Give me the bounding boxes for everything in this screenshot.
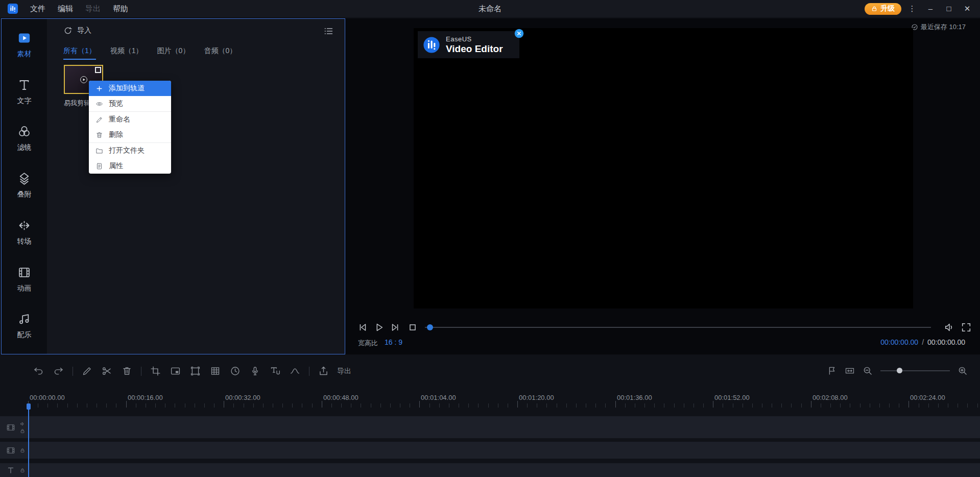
delete-icon: [95, 131, 103, 139]
rename-icon: [95, 116, 103, 124]
redo-button[interactable]: [49, 366, 68, 376]
video-track-2[interactable]: [0, 442, 980, 459]
sidebar-item-transition[interactable]: 转场: [2, 213, 47, 260]
sidebar-item-overlay[interactable]: 叠附: [2, 166, 47, 213]
stop-button[interactable]: [407, 322, 418, 333]
export-button[interactable]: [314, 366, 333, 376]
list-view-icon: [323, 26, 333, 36]
list-view-toggle[interactable]: [323, 26, 333, 36]
track-lock-icon[interactable]: [20, 448, 25, 453]
split-button[interactable]: [97, 366, 117, 376]
import-button[interactable]: 导入: [63, 26, 91, 35]
timeline-zoom-slider[interactable]: [880, 370, 950, 371]
menu-edit[interactable]: 编辑: [52, 2, 79, 16]
tab-video[interactable]: 视频（1）: [110, 46, 143, 60]
upgrade-button[interactable]: 升级: [865, 3, 901, 15]
undo-button[interactable]: [29, 366, 49, 376]
pip-button[interactable]: [165, 366, 185, 376]
zoom-out-icon: [863, 366, 873, 376]
close-button[interactable]: ✕: [960, 2, 975, 15]
track-lock-icon[interactable]: [20, 468, 25, 473]
mosaic-icon: [210, 366, 221, 376]
context-item-rename[interactable]: 重命名: [89, 112, 171, 127]
export-label[interactable]: 导出: [337, 367, 351, 376]
eye-icon: [95, 100, 103, 108]
curve-button[interactable]: [285, 366, 305, 376]
watermark-close-button[interactable]: [514, 29, 524, 38]
timeline-ruler[interactable]: 00:00:00.00 00:00:16.00 00:00:32.00 00:0…: [0, 391, 980, 408]
track-mute-icon[interactable]: [20, 421, 25, 426]
zoom-in-button[interactable]: [958, 366, 968, 376]
aspect-ratio-value[interactable]: 16 : 9: [385, 338, 402, 346]
canvas-button[interactable]: [185, 366, 205, 376]
sidebar-item-music[interactable]: 配乐: [2, 307, 47, 354]
easeus-logo-icon: [423, 36, 440, 54]
redo-icon: [53, 366, 64, 376]
text-track-icon: [6, 466, 15, 475]
maximize-button[interactable]: □: [941, 2, 957, 15]
play-button[interactable]: [373, 322, 385, 333]
zoom-out-button[interactable]: [863, 366, 873, 376]
context-item-delete[interactable]: 删除: [89, 127, 171, 142]
preview-panel: 最近保存 10:17 EaseUS Video Editor: [345, 18, 980, 354]
sidebar-item-media[interactable]: 素材: [2, 26, 47, 73]
context-item-open-folder[interactable]: 打开文件夹: [89, 143, 171, 158]
text-track[interactable]: [0, 463, 980, 477]
toolbar-separator: [309, 367, 309, 376]
timecode-display: 00:00:00.00 / 00:00:00.00: [880, 338, 965, 346]
fullscreen-button[interactable]: [961, 322, 972, 333]
undo-icon: [33, 366, 44, 376]
context-menu: 添加到轨道 预览 重命名 删除 打开文件夹 属性: [89, 81, 171, 174]
previous-frame-button[interactable]: [357, 322, 368, 333]
filter-icon: [17, 125, 31, 138]
transition-icon: [17, 219, 31, 232]
context-item-add-to-track[interactable]: 添加到轨道: [89, 81, 171, 96]
speed-button[interactable]: [225, 366, 245, 376]
overflow-menu-icon[interactable]: ⋮: [904, 2, 920, 15]
sidebar-item-text[interactable]: 文字: [2, 73, 47, 120]
film-track-icon: [6, 423, 15, 432]
media-icon: [17, 31, 31, 45]
music-icon: [17, 312, 31, 326]
tab-audio[interactable]: 音频（0）: [204, 46, 236, 60]
playback-controls: [345, 321, 980, 334]
context-item-preview[interactable]: 预览: [89, 96, 171, 111]
timeline-zoom-handle[interactable]: [897, 368, 902, 373]
context-item-properties[interactable]: 属性: [89, 158, 171, 174]
lock-icon: [871, 6, 877, 12]
tab-all[interactable]: 所有（1）: [63, 46, 96, 60]
seek-handle[interactable]: [427, 324, 433, 330]
tab-image[interactable]: 图片（0）: [157, 46, 190, 60]
next-frame-button[interactable]: [390, 322, 401, 333]
export-icon: [318, 366, 329, 376]
fullscreen-icon: [961, 322, 972, 333]
fit-timeline-button[interactable]: [845, 366, 855, 376]
thumbnail-play-icon: [79, 75, 88, 84]
minimize-button[interactable]: –: [923, 2, 938, 15]
clip-select-checkbox[interactable]: [95, 67, 101, 73]
crop-button[interactable]: [146, 366, 165, 376]
media-tabs: 所有（1） 视频（1） 图片（0） 音频（0）: [63, 46, 236, 60]
delete-clip-button[interactable]: [117, 366, 137, 376]
aspect-ratio-label: 宽高比: [358, 339, 378, 348]
sidebar-item-animation[interactable]: 动画: [2, 260, 47, 307]
edit-button[interactable]: [77, 366, 97, 376]
media-panel: 导入 所有（1） 视频（1） 图片（0） 音频（0） 易我剪辑: [47, 19, 345, 354]
film-track-icon: [6, 446, 15, 455]
menu-file[interactable]: 文件: [25, 2, 51, 16]
video-viewport: EaseUS Video Editor: [414, 28, 913, 308]
timecode-total: 00:00:00.00: [927, 338, 965, 346]
voiceover-button[interactable]: [245, 366, 265, 376]
track-lock-icon[interactable]: [20, 428, 25, 434]
subtitle-button[interactable]: [265, 366, 285, 376]
mosaic-button[interactable]: [205, 366, 225, 376]
video-track-1[interactable]: [0, 416, 980, 438]
timecode-current: 00:00:00.00: [880, 338, 918, 346]
seek-bar[interactable]: [425, 327, 931, 328]
volume-button[interactable]: [944, 322, 955, 333]
sidebar-item-filter[interactable]: 滤镜: [2, 120, 47, 166]
menu-export[interactable]: 导出: [80, 2, 106, 16]
menu-help[interactable]: 帮助: [107, 2, 134, 16]
marker-button[interactable]: [827, 366, 837, 376]
timeline-playhead[interactable]: [26, 403, 31, 477]
